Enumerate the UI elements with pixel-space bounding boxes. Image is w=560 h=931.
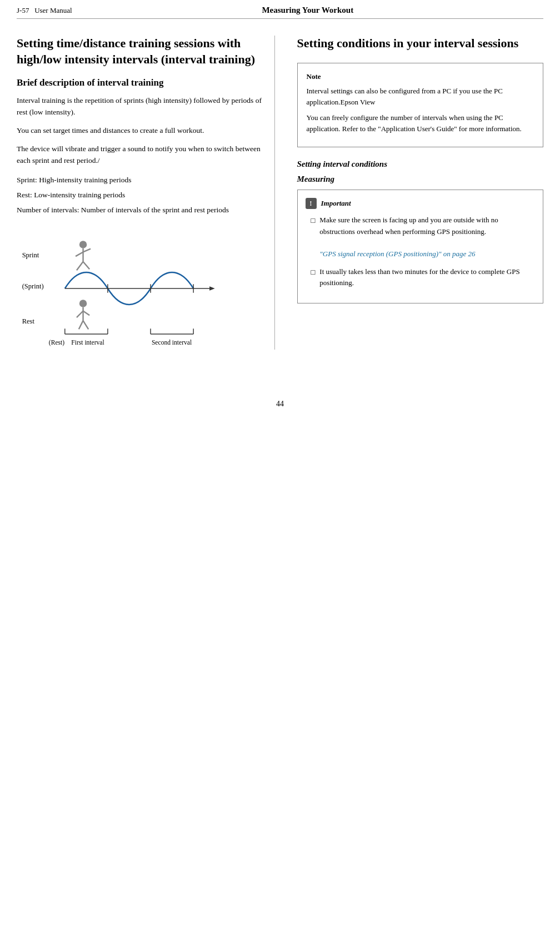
svg-point-0	[79, 241, 87, 248]
definition-list: Sprint: High-intensity training periods …	[17, 175, 263, 216]
important-header: ! Important	[306, 198, 536, 209]
rest-label: Rest	[22, 317, 35, 325]
first-interval-label: First interval	[71, 339, 104, 346]
rest-figure	[77, 300, 89, 329]
svg-line-9	[83, 311, 90, 315]
page-title: Measuring Your Workout	[72, 6, 543, 15]
important-item-1: □ Make sure the screen is facing up and …	[311, 215, 536, 260]
left-para2: You can set target times and distances t…	[17, 125, 263, 137]
svg-line-3	[83, 248, 91, 252]
important-box: ! Important □ Make sure the screen is fa…	[297, 190, 544, 303]
note-box: Note Interval settings can also be confi…	[297, 63, 544, 148]
def-item-number: Number of intervals: Number of intervals…	[17, 205, 263, 216]
page-header: J-57 User Manual Measuring Your Workout	[0, 0, 560, 18]
interval-diagram: Sprint (Sprint)	[17, 227, 263, 350]
content-area: Setting time/distance training sessions …	[0, 19, 560, 366]
note-text2: You can freely configure the number of i…	[307, 112, 534, 135]
important-item-2-text: It usually takes less than two minutes f…	[319, 266, 535, 288]
diagram-svg: Sprint (Sprint)	[17, 227, 263, 350]
measuring-heading: Measuring	[297, 175, 544, 184]
svg-line-2	[76, 252, 83, 256]
important-item-1-text: Make sure the screen is facing up and yo…	[319, 215, 535, 260]
svg-line-8	[77, 311, 83, 317]
left-main-title: Setting time/distance training sessions …	[17, 36, 263, 67]
second-interval-label: Second interval	[152, 339, 192, 346]
interval-conditions-heading: Setting interval conditions	[297, 160, 544, 169]
left-para1: Interval training is the repetition of s…	[17, 95, 263, 118]
manual-text: User Manual	[34, 6, 72, 14]
important-icon: !	[306, 198, 317, 209]
svg-line-10	[79, 320, 83, 328]
left-para3: The device will vibrate and trigger a so…	[17, 143, 263, 167]
important-item-1-link[interactable]: "GPS signal reception (GPS positioning)"…	[319, 250, 475, 258]
svg-point-6	[79, 300, 87, 307]
note-text1: Interval settings can also be configured…	[307, 86, 534, 108]
arrow-head	[209, 286, 215, 291]
def-item-rest: Rest: Low-intensity training periods	[17, 190, 263, 201]
right-column: Setting conditions in your interval sess…	[292, 36, 544, 350]
note-label: Note	[307, 71, 534, 82]
svg-line-5	[83, 261, 90, 268]
page-footer: 44	[0, 389, 560, 420]
svg-line-4	[77, 261, 83, 270]
rest-sub-label: (Rest)	[49, 339, 64, 346]
svg-line-11	[83, 320, 89, 328]
important-item-2: □ It usually takes less than two minutes…	[311, 266, 536, 288]
page-number: 44	[276, 400, 284, 408]
checkbox-icon-2: □	[311, 267, 316, 278]
manual-label: J-57 User Manual	[17, 6, 72, 15]
left-column: Setting time/distance training sessions …	[17, 36, 275, 350]
sprint-figure	[76, 241, 91, 270]
right-main-title: Setting conditions in your interval sess…	[297, 36, 544, 52]
important-label: Important	[321, 198, 351, 209]
brief-subtitle: Brief description of interval training	[17, 77, 263, 88]
def-item-sprint: Sprint: High-intensity training periods	[17, 175, 263, 186]
checkbox-icon-1: □	[311, 215, 316, 226]
important-item-1-body: Make sure the screen is facing up and yo…	[319, 216, 498, 235]
manual-label-text: J-57	[17, 6, 29, 14]
important-item-2-body: It usually takes less than two minutes f…	[319, 267, 519, 287]
sprint-label: Sprint	[22, 251, 39, 259]
sprint-sub-label: (Sprint)	[22, 282, 44, 290]
